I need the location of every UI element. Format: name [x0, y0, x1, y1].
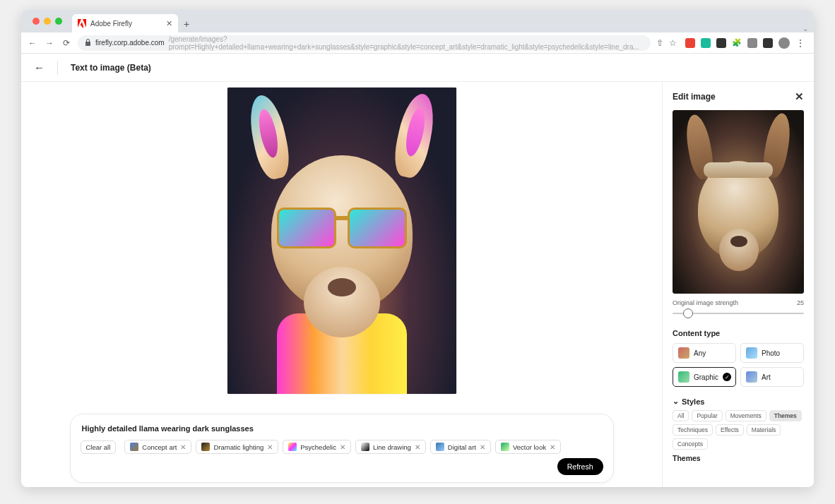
remove-chip-icon[interactable]: ✕ [415, 443, 420, 451]
style-tab[interactable]: All [673, 410, 689, 421]
style-chip[interactable]: Psychedelic✕ [283, 440, 351, 454]
content-type-label: Graphic [694, 373, 718, 381]
chevron-down-icon[interactable]: ⌄ [673, 397, 679, 406]
maximize-window-icon[interactable] [55, 18, 62, 25]
remove-chip-icon[interactable]: ✕ [550, 443, 555, 451]
style-tab[interactable]: Themes [769, 410, 802, 421]
profile-avatar[interactable] [778, 37, 790, 49]
extension-icon[interactable] [716, 38, 726, 48]
content-type-label: Art [762, 373, 771, 381]
extension-icon[interactable] [763, 38, 773, 48]
style-tab[interactable]: Effects [716, 424, 744, 436]
page-title: Text to image (Beta) [71, 63, 151, 73]
style-tabs: AllPopularMovementsThemesTechniquesEffec… [673, 410, 804, 450]
minimize-window-icon[interactable] [44, 18, 51, 25]
extension-icon[interactable] [701, 38, 711, 48]
strength-value: 25 [797, 299, 804, 306]
prompt-chips-row: Clear all Concept art✕Dramatic lighting✕… [81, 440, 603, 475]
remove-chip-icon[interactable]: ✕ [340, 443, 345, 451]
style-tab[interactable]: Materials [747, 424, 781, 436]
style-chip[interactable]: Line drawing✕ [355, 440, 426, 454]
lock-icon [85, 39, 91, 47]
browser-tab[interactable]: Adobe Firefly ✕ [72, 14, 178, 32]
chip-label: Digital art [448, 443, 476, 451]
styles-title: Styles [682, 397, 704, 406]
refresh-label: Refresh [567, 462, 593, 471]
browser-menu-icon[interactable]: ⋮ [795, 37, 805, 49]
adobe-favicon-icon [78, 19, 86, 28]
edit-image-panel: Edit image ✕ Original image strength 25 [662, 82, 814, 487]
extensions: 🧩 ⋮ [682, 37, 808, 49]
content-area: Highly detailed llama wearing dark sungl… [21, 82, 814, 487]
chip-label: Line drawing [373, 443, 411, 451]
bookmark-icon[interactable]: ☆ [669, 38, 677, 48]
clear-all-button[interactable]: Clear all [81, 440, 117, 454]
panel-title: Edit image [673, 92, 716, 102]
clear-all-label: Clear all [86, 443, 111, 451]
remove-chip-icon[interactable]: ✕ [180, 443, 186, 451]
style-swatch-icon [201, 443, 210, 451]
browser-toolbar: ← → ⟳ firefly.corp.adobe.com/generate/im… [21, 32, 814, 54]
style-tab[interactable]: Techniques [673, 424, 713, 436]
share-icon[interactable]: ⇧ [656, 38, 663, 48]
content-type-option[interactable]: Any [673, 343, 736, 363]
content-type-swatch-icon [678, 347, 689, 359]
url-path: /generate/images?prompt=Highly+detailed+… [169, 35, 644, 51]
back-arrow-icon[interactable]: ← [34, 61, 45, 73]
strength-slider-row: Original image strength 25 [673, 299, 804, 319]
generated-image[interactable] [227, 88, 456, 394]
chip-label: Concept art [142, 443, 177, 451]
strength-label: Original image strength [673, 299, 738, 306]
style-chip[interactable]: Vector look✕ [495, 440, 561, 454]
style-tab[interactable]: Movements [726, 410, 766, 421]
extension-icon[interactable] [685, 38, 695, 48]
style-swatch-icon [288, 443, 297, 451]
remove-chip-icon[interactable]: ✕ [267, 443, 273, 451]
extension-icon[interactable] [747, 38, 757, 48]
style-chip[interactable]: Dramatic lighting✕ [196, 440, 278, 454]
window-controls [27, 10, 68, 32]
style-swatch-icon [361, 443, 369, 451]
style-tab[interactable]: Concepts [673, 438, 708, 450]
close-window-icon[interactable] [32, 18, 40, 25]
prompt-bar: Highly detailed llama wearing dark sungl… [70, 414, 614, 483]
strength-slider[interactable] [673, 308, 804, 319]
close-panel-icon[interactable]: ✕ [795, 90, 804, 103]
browser-tabstrip: Adobe Firefly ✕ + ⌄ [21, 10, 814, 32]
tabs-dropdown-icon[interactable]: ⌄ [803, 25, 808, 32]
content-type-title: Content type [673, 329, 804, 337]
url-host: firefly.corp.adobe.com [95, 39, 165, 47]
themes-heading: Themes [673, 454, 804, 462]
new-tab-button[interactable]: + [184, 18, 189, 32]
nav-back-icon[interactable]: ← [27, 37, 38, 49]
style-chip[interactable]: Concept art✕ [124, 440, 191, 454]
tab-title: Adobe Firefly [90, 20, 132, 28]
content-type-label: Any [694, 349, 706, 357]
style-swatch-icon [436, 443, 444, 451]
close-tab-icon[interactable]: ✕ [166, 19, 172, 28]
check-icon: ✓ [723, 373, 731, 381]
chip-label: Vector look [513, 443, 546, 451]
app-header: ← Text to image (Beta) [21, 54, 814, 82]
content-type-swatch-icon [678, 371, 689, 383]
browser-window: Adobe Firefly ✕ + ⌄ ← → ⟳ firefly.corp.a… [21, 10, 814, 487]
style-tab[interactable]: Popular [692, 410, 722, 421]
content-type-label: Photo [762, 349, 780, 357]
style-chip[interactable]: Digital art✕ [430, 440, 491, 454]
remove-chip-icon[interactable]: ✕ [480, 443, 485, 451]
extensions-menu-icon[interactable]: 🧩 [732, 38, 742, 47]
content-type-option[interactable]: Photo [740, 343, 804, 363]
style-swatch-icon [501, 443, 509, 451]
prompt-text[interactable]: Highly detailed llama wearing dark sungl… [81, 423, 603, 440]
source-image-thumbnail[interactable] [673, 110, 804, 294]
nav-reload-icon[interactable]: ⟳ [61, 37, 72, 49]
content-type-grid: AnyPhotoGraphic✓Art [673, 343, 804, 387]
chip-label: Psychedelic [300, 443, 336, 451]
style-swatch-icon [130, 443, 138, 451]
content-type-option[interactable]: Graphic✓ [673, 367, 736, 387]
refresh-button[interactable]: Refresh [557, 458, 603, 475]
nav-forward-icon[interactable]: → [44, 37, 55, 49]
content-type-option[interactable]: Art [740, 367, 804, 387]
content-type-swatch-icon [746, 371, 757, 383]
address-bar[interactable]: firefly.corp.adobe.com/generate/images?p… [78, 35, 651, 51]
